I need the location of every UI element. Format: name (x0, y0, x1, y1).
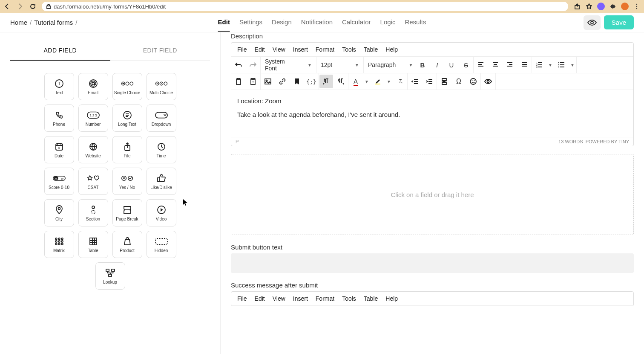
puzzle-icon[interactable] (609, 3, 617, 10)
star-icon[interactable] (585, 3, 593, 10)
url-bar[interactable]: dash.formaloo.net/u/my-forms/YF8o1Hb0/ed… (42, 2, 568, 11)
field-dropdown[interactable]: Dropdown (147, 104, 176, 132)
field-date[interactable]: 8Date (44, 136, 74, 163)
image-button[interactable] (261, 75, 275, 88)
tab-results[interactable]: Results (405, 13, 426, 32)
sidebar-tab-add[interactable]: ADD FIELD (10, 41, 110, 61)
special-char-button[interactable]: Ω (452, 75, 466, 88)
back-button[interactable] (3, 3, 11, 10)
breadcrumb-home[interactable]: Home (10, 19, 27, 26)
field-pagebreak[interactable]: Page Break (112, 199, 142, 226)
ordered-list-button[interactable]: 123 (532, 58, 546, 72)
paragraph-select[interactable]: Paragraph▼ (364, 57, 415, 73)
save-button[interactable]: Save (604, 15, 634, 29)
field-multi-choice[interactable]: Multi Choice (147, 73, 176, 100)
field-product[interactable]: Product (112, 231, 142, 258)
field-city[interactable]: City (44, 199, 74, 226)
menu-edit[interactable]: Edit (255, 46, 265, 53)
tab-logic[interactable]: Logic (380, 13, 396, 32)
field-email[interactable]: Email (78, 73, 108, 100)
font-select[interactable]: System Font▼ (261, 57, 316, 73)
menu-help[interactable]: Help (385, 46, 398, 53)
menu-icon[interactable] (633, 3, 641, 10)
undo-button[interactable] (232, 58, 245, 72)
preview-button[interactable] (481, 75, 495, 88)
bullet-list-dropdown[interactable]: ▼ (569, 63, 576, 67)
field-csat[interactable]: CSAT (78, 168, 108, 195)
field-file[interactable]: File (112, 136, 142, 163)
drop-zone[interactable]: Click on a field or drag it here (231, 154, 634, 235)
menu-table[interactable]: Table (364, 46, 378, 53)
menu-format[interactable]: Format (316, 46, 334, 53)
redo-button[interactable] (246, 58, 260, 72)
field-number[interactable]: 1 2 3Number (78, 104, 108, 132)
share-icon[interactable] (573, 3, 581, 10)
underline-button[interactable]: U (445, 58, 458, 72)
align-right-button[interactable] (503, 58, 517, 72)
field-yesno[interactable]: Yes / No (112, 168, 142, 195)
paste-button[interactable] (232, 75, 245, 88)
ordered-list-dropdown[interactable]: ▼ (546, 63, 554, 67)
editor-body[interactable]: Location: Zoom Take a look at the agenda… (231, 90, 633, 137)
field-section[interactable]: Section (78, 199, 108, 226)
profile-icon[interactable] (621, 3, 629, 10)
menu2-edit[interactable]: Edit (255, 295, 265, 302)
outdent-button[interactable] (408, 75, 422, 88)
ltr-button[interactable] (319, 75, 333, 88)
menu2-tools[interactable]: Tools (342, 295, 356, 302)
preview-button[interactable] (584, 15, 601, 30)
text-color-button[interactable]: A (349, 75, 362, 88)
field-video[interactable]: Video (147, 199, 176, 226)
bullet-list-button[interactable] (555, 58, 568, 72)
emoji-button[interactable] (466, 75, 480, 88)
align-left-button[interactable] (474, 58, 488, 72)
menu-insert[interactable]: Insert (293, 46, 308, 53)
strike-button[interactable]: S (459, 58, 473, 72)
highlight-dropdown[interactable]: ▼ (385, 79, 393, 84)
submit-text-input[interactable] (231, 253, 634, 273)
menu2-help[interactable]: Help (385, 295, 398, 302)
forward-button[interactable] (16, 3, 24, 10)
tab-edit[interactable]: Edit (218, 13, 230, 32)
field-like[interactable]: Like/Dislike (147, 168, 176, 195)
rtl-button[interactable] (334, 75, 348, 88)
breadcrumb-section[interactable]: Tutorial forms (34, 19, 73, 26)
menu-file[interactable]: File (237, 46, 247, 53)
tab-notification[interactable]: Notification (301, 13, 333, 32)
field-score[interactable]: 010Score 0-10 (44, 168, 74, 195)
indent-button[interactable] (423, 75, 436, 88)
menu2-view[interactable]: View (273, 295, 285, 302)
tab-design[interactable]: Design (272, 13, 292, 32)
bold-button[interactable]: B (416, 58, 429, 72)
highlight-button[interactable] (371, 75, 385, 88)
field-text[interactable]: TText (44, 73, 74, 100)
align-center-button[interactable] (489, 58, 502, 72)
menu-view[interactable]: View (273, 46, 285, 53)
field-hidden[interactable]: Hidden (147, 231, 176, 258)
field-lookup[interactable]: Lookup (95, 262, 125, 290)
menu2-table[interactable]: Table (364, 295, 378, 302)
tab-calculator[interactable]: Calculator (342, 13, 371, 32)
menu2-file[interactable]: File (237, 295, 247, 302)
reload-button[interactable] (29, 3, 37, 10)
field-table[interactable]: Table (78, 231, 108, 258)
menu2-format[interactable]: Format (316, 295, 334, 302)
size-select[interactable]: 12pt▼ (316, 57, 363, 73)
code-button[interactable]: {;} (305, 75, 318, 88)
paste-text-button[interactable]: T (246, 75, 260, 88)
menu2-insert[interactable]: Insert (293, 295, 308, 302)
italic-button[interactable]: I (430, 58, 444, 72)
text-color-dropdown[interactable]: ▼ (363, 79, 371, 84)
menu-tools[interactable]: Tools (342, 46, 356, 53)
field-website[interactable]: Website (78, 136, 108, 163)
link-button[interactable] (276, 75, 289, 88)
extension-icon[interactable] (597, 3, 605, 10)
clear-format-button[interactable]: T× (393, 75, 407, 88)
tab-settings[interactable]: Settings (239, 13, 262, 32)
align-justify-button[interactable] (518, 58, 531, 72)
pagebreak-button[interactable] (437, 75, 451, 88)
sidebar-tab-edit[interactable]: EDIT FIELD (110, 41, 210, 61)
field-phone[interactable]: Phone (44, 104, 74, 132)
field-time[interactable]: Time (147, 136, 176, 163)
bookmark-button[interactable] (290, 75, 304, 88)
